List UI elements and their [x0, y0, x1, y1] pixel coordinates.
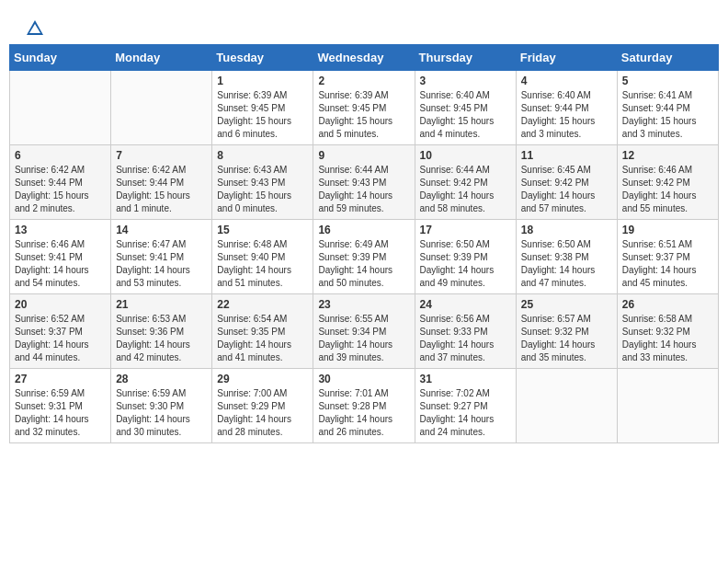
day-number: 23 [318, 298, 409, 311]
calendar-day-cell: 17Sunrise: 6:50 AM Sunset: 9:39 PM Dayli… [415, 220, 516, 294]
calendar-day-cell: 12Sunrise: 6:46 AM Sunset: 9:42 PM Dayli… [617, 145, 718, 220]
calendar-day-cell: 16Sunrise: 6:49 AM Sunset: 9:39 PM Dayli… [313, 220, 415, 294]
day-info: Sunrise: 6:43 AM Sunset: 9:43 PM Dayligh… [217, 164, 308, 215]
calendar-day-cell: 23Sunrise: 6:55 AM Sunset: 9:34 PM Dayli… [313, 294, 415, 369]
day-info: Sunrise: 6:40 AM Sunset: 9:44 PM Dayligh… [521, 89, 612, 141]
weekday-header-cell: Tuesday [212, 45, 313, 71]
day-info: Sunrise: 6:53 AM Sunset: 9:36 PM Dayligh… [116, 313, 207, 364]
day-info: Sunrise: 6:50 AM Sunset: 9:39 PM Dayligh… [420, 238, 511, 290]
day-info: Sunrise: 6:51 AM Sunset: 9:37 PM Dayligh… [622, 238, 713, 290]
day-number: 18 [521, 224, 612, 236]
day-number: 13 [15, 224, 106, 236]
day-info: Sunrise: 6:41 AM Sunset: 9:44 PM Dayligh… [622, 89, 713, 141]
calendar-week-row: 20Sunrise: 6:52 AM Sunset: 9:37 PM Dayli… [10, 294, 719, 369]
calendar-day-cell: 1Sunrise: 6:39 AM Sunset: 9:45 PM Daylig… [212, 71, 313, 145]
day-number: 27 [15, 373, 106, 385]
day-number: 28 [116, 373, 207, 385]
calendar-day-cell: 26Sunrise: 6:58 AM Sunset: 9:32 PM Dayli… [617, 294, 718, 369]
calendar-day-cell: 4Sunrise: 6:40 AM Sunset: 9:44 PM Daylig… [516, 71, 617, 145]
weekday-header-cell: Sunday [10, 45, 111, 71]
day-info: Sunrise: 6:54 AM Sunset: 9:35 PM Dayligh… [217, 313, 308, 364]
calendar-day-cell: 2Sunrise: 6:39 AM Sunset: 9:45 PM Daylig… [313, 71, 415, 145]
day-number: 21 [116, 298, 207, 311]
day-number: 6 [15, 149, 106, 162]
weekday-header-cell: Monday [111, 45, 212, 71]
calendar-week-row: 13Sunrise: 6:46 AM Sunset: 9:41 PM Dayli… [10, 220, 719, 294]
calendar-day-cell [516, 369, 617, 443]
day-info: Sunrise: 6:55 AM Sunset: 9:34 PM Dayligh… [318, 313, 409, 364]
day-number: 29 [217, 373, 308, 385]
calendar-day-cell: 7Sunrise: 6:42 AM Sunset: 9:44 PM Daylig… [111, 145, 212, 220]
weekday-header-cell: Friday [516, 45, 617, 71]
day-number: 22 [217, 298, 308, 311]
calendar-day-cell: 30Sunrise: 7:01 AM Sunset: 9:28 PM Dayli… [313, 369, 415, 443]
day-number: 12 [622, 149, 713, 162]
calendar-day-cell: 19Sunrise: 6:51 AM Sunset: 9:37 PM Dayli… [617, 220, 718, 294]
day-number: 30 [318, 373, 409, 385]
calendar-week-row: 6Sunrise: 6:42 AM Sunset: 9:44 PM Daylig… [10, 145, 719, 220]
day-info: Sunrise: 6:50 AM Sunset: 9:38 PM Dayligh… [521, 238, 612, 290]
day-number: 19 [622, 224, 713, 236]
day-info: Sunrise: 6:42 AM Sunset: 9:44 PM Dayligh… [116, 164, 207, 215]
calendar-day-cell [10, 71, 111, 145]
calendar-day-cell: 18Sunrise: 6:50 AM Sunset: 9:38 PM Dayli… [516, 220, 617, 294]
weekday-header-cell: Saturday [617, 45, 718, 71]
weekday-header-cell: Thursday [415, 45, 516, 71]
calendar-day-cell [111, 71, 212, 145]
day-number: 31 [420, 373, 511, 385]
day-info: Sunrise: 6:47 AM Sunset: 9:41 PM Dayligh… [116, 238, 207, 290]
day-info: Sunrise: 6:59 AM Sunset: 9:30 PM Dayligh… [116, 387, 207, 439]
day-info: Sunrise: 6:40 AM Sunset: 9:45 PM Dayligh… [420, 89, 511, 141]
day-number: 3 [420, 75, 511, 87]
day-info: Sunrise: 6:56 AM Sunset: 9:33 PM Dayligh… [420, 313, 511, 364]
calendar-day-cell: 20Sunrise: 6:52 AM Sunset: 9:37 PM Dayli… [10, 294, 111, 369]
calendar-day-cell: 3Sunrise: 6:40 AM Sunset: 9:45 PM Daylig… [415, 71, 516, 145]
day-number: 26 [622, 298, 713, 311]
day-info: Sunrise: 6:57 AM Sunset: 9:32 PM Dayligh… [521, 313, 612, 364]
day-number: 1 [217, 75, 308, 87]
logo [23, 18, 45, 35]
calendar-day-cell: 6Sunrise: 6:42 AM Sunset: 9:44 PM Daylig… [10, 145, 111, 220]
calendar-body: 1Sunrise: 6:39 AM Sunset: 9:45 PM Daylig… [10, 71, 719, 443]
day-number: 8 [217, 149, 308, 162]
day-info: Sunrise: 7:02 AM Sunset: 9:27 PM Dayligh… [420, 387, 511, 439]
calendar-day-cell: 10Sunrise: 6:44 AM Sunset: 9:42 PM Dayli… [415, 145, 516, 220]
day-info: Sunrise: 6:44 AM Sunset: 9:42 PM Dayligh… [420, 164, 511, 215]
day-info: Sunrise: 7:00 AM Sunset: 9:29 PM Dayligh… [217, 387, 308, 439]
calendar-day-cell: 9Sunrise: 6:44 AM Sunset: 9:43 PM Daylig… [313, 145, 415, 220]
day-number: 7 [116, 149, 207, 162]
day-info: Sunrise: 6:49 AM Sunset: 9:39 PM Dayligh… [318, 238, 409, 290]
logo-icon [25, 18, 45, 39]
day-info: Sunrise: 6:58 AM Sunset: 9:32 PM Dayligh… [622, 313, 713, 364]
calendar-header-row: SundayMondayTuesdayWednesdayThursdayFrid… [10, 45, 719, 71]
calendar-day-cell: 24Sunrise: 6:56 AM Sunset: 9:33 PM Dayli… [415, 294, 516, 369]
day-info: Sunrise: 6:44 AM Sunset: 9:43 PM Dayligh… [318, 164, 409, 215]
day-info: Sunrise: 6:52 AM Sunset: 9:37 PM Dayligh… [15, 313, 106, 364]
calendar-day-cell: 25Sunrise: 6:57 AM Sunset: 9:32 PM Dayli… [516, 294, 617, 369]
calendar-day-cell: 27Sunrise: 6:59 AM Sunset: 9:31 PM Dayli… [10, 369, 111, 443]
day-info: Sunrise: 7:01 AM Sunset: 9:28 PM Dayligh… [318, 387, 409, 439]
day-number: 5 [622, 75, 713, 87]
calendar-day-cell: 14Sunrise: 6:47 AM Sunset: 9:41 PM Dayli… [111, 220, 212, 294]
calendar-day-cell [617, 369, 718, 443]
day-number: 4 [521, 75, 612, 87]
day-number: 24 [420, 298, 511, 311]
day-number: 2 [318, 75, 409, 87]
calendar-day-cell: 13Sunrise: 6:46 AM Sunset: 9:41 PM Dayli… [10, 220, 111, 294]
day-info: Sunrise: 6:39 AM Sunset: 9:45 PM Dayligh… [318, 89, 409, 141]
day-number: 17 [420, 224, 511, 236]
day-info: Sunrise: 6:39 AM Sunset: 9:45 PM Dayligh… [217, 89, 308, 141]
day-number: 14 [116, 224, 207, 236]
calendar-day-cell: 15Sunrise: 6:48 AM Sunset: 9:40 PM Dayli… [212, 220, 313, 294]
day-number: 16 [318, 224, 409, 236]
calendar-day-cell: 5Sunrise: 6:41 AM Sunset: 9:44 PM Daylig… [617, 71, 718, 145]
calendar-week-row: 27Sunrise: 6:59 AM Sunset: 9:31 PM Dayli… [10, 369, 719, 443]
calendar-day-cell: 28Sunrise: 6:59 AM Sunset: 9:30 PM Dayli… [111, 369, 212, 443]
day-info: Sunrise: 6:46 AM Sunset: 9:42 PM Dayligh… [622, 164, 713, 215]
calendar-day-cell: 21Sunrise: 6:53 AM Sunset: 9:36 PM Dayli… [111, 294, 212, 369]
day-number: 15 [217, 224, 308, 236]
day-number: 10 [420, 149, 511, 162]
day-info: Sunrise: 6:46 AM Sunset: 9:41 PM Dayligh… [15, 238, 106, 290]
day-info: Sunrise: 6:42 AM Sunset: 9:44 PM Dayligh… [15, 164, 106, 215]
calendar-day-cell: 11Sunrise: 6:45 AM Sunset: 9:42 PM Dayli… [516, 145, 617, 220]
